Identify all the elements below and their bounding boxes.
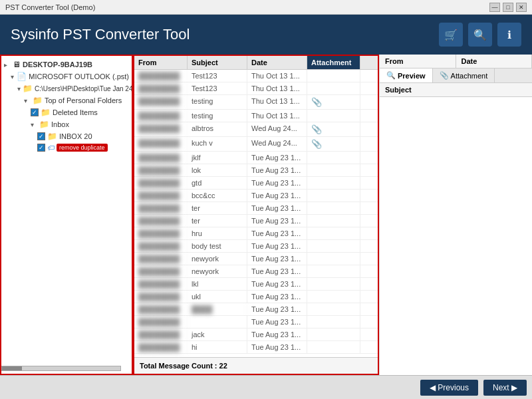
table-row[interactable]: ████████testingThu Oct 13 1... [134,110,378,122]
scrollbar-thumb [2,366,22,370]
table-row[interactable]: ████████jackTue Aug 23 1... [134,329,378,341]
tree-item-inbox20[interactable]: ✓ 📁 INBOX 20 [1,130,132,142]
maximize-button[interactable]: □ [503,3,513,12]
tree-item-personal-folders[interactable]: ▾ 📁 Top of Personal Folders [1,94,132,106]
remove-duplicate-badge: remove duplicate [57,144,108,152]
table-row[interactable]: ████████gtdTue Aug 23 1... [134,177,378,190]
table-row[interactable]: ████████body testTue Aug 23 1... [134,240,378,253]
table-row[interactable]: ████████terTue Aug 23 1... [134,202,378,215]
table-row[interactable]: ████████jklfTue Aug 23 1... [134,152,378,164]
pst-file-icon: 📄 [17,72,27,81]
email-date-cell: Wed Aug 24... [247,122,307,136]
table-row[interactable]: ████████Test123Thu Oct 13 1... [134,82,378,95]
email-date-cell: Tue Aug 23 1... [247,190,307,201]
email-attachment-cell [307,329,360,340]
email-from-cell: ████████ [134,152,188,164]
email-subject-cell: Test123 [188,70,247,82]
email-attachment-cell: 📎 [307,137,360,151]
email-subject-cell: ████ [188,303,247,315]
preview-tabs: 🔍 Preview 📎 Attachment [380,68,532,83]
table-row[interactable]: ████████hiTue Aug 23 1... [134,341,378,354]
deleted-folder-icon: 📁 [41,108,51,117]
close-button[interactable]: ✕ [516,3,527,12]
info-icon-button[interactable]: ℹ [497,23,521,47]
search-icon-button[interactable]: 🔍 [468,23,492,47]
horizontal-scrollbar[interactable] [1,366,121,371]
bottom-navigation-bar: ◀ Previous Next ▶ [0,375,532,399]
email-table-header: From Subject Date Attachment [134,56,378,70]
email-from-cell: ████████ [134,329,188,340]
table-row[interactable]: ████████bcc&ccTue Aug 23 1... [134,190,378,202]
table-row[interactable]: ████████terTue Aug 23 1... [134,215,378,227]
cart-icon-button[interactable]: 🛒 [439,23,463,47]
email-date-cell: Tue Aug 23 1... [247,278,307,290]
folder-tree-panel: ▸ 🖥 DESKTOP-9BAJ19B ▾ 📄 MICROSOFT OUTLOO… [0,55,133,375]
email-attachment-cell [307,215,360,227]
tree-item-remove-duplicate[interactable]: ✓ 🏷 remove duplicate [1,142,132,153]
minimize-button[interactable]: — [489,3,500,12]
tab-attachment[interactable]: 📎 Attachment [433,68,495,82]
tree-item-inbox[interactable]: ▾ 📁 Inbox [1,118,132,130]
tree-item-folder-path[interactable]: ▾ 📁 C:\Users\HP\Desktop\Tue Jan 24 [1,82,132,94]
table-row[interactable]: ████████testingThu Oct 13 1...📎 [134,95,378,110]
column-subject: Subject [188,56,247,69]
inbox-label: Inbox [51,120,69,128]
email-date-cell: Tue Aug 23 1... [247,253,307,265]
email-attachment-cell: 📎 [307,95,360,109]
email-attachment-cell [307,164,360,176]
expand-icon-folder: ▾ [17,85,21,92]
table-row[interactable]: ████████uklTue Aug 23 1... [134,291,378,303]
email-from-cell: ████████ [134,303,188,315]
table-row[interactable]: ████████newyorkTue Aug 23 1... [134,265,378,278]
previous-button[interactable]: ◀ Previous [420,380,478,396]
table-row[interactable]: ████████Tue Aug 23 1... [134,316,378,329]
email-attachment-cell [307,265,360,277]
tree-item-deleted[interactable]: ✓ 📁 Deleted Items [1,106,132,118]
email-attachment-cell [307,190,360,201]
table-row[interactable]: ████████████Tue Aug 23 1... [134,303,378,316]
table-row[interactable]: ████████albtrosWed Aug 24...📎 [134,122,378,137]
email-from-cell: ████████ [134,164,188,176]
preview-tab-label: Preview [398,72,426,80]
inbox20-checkbox[interactable]: ✓ [37,132,45,140]
attachment-icon: 📎 [311,139,322,149]
personal-folders-label: Top of Personal Folders [45,96,122,104]
email-attachment-cell [307,316,360,328]
table-row[interactable]: ████████lokTue Aug 23 1... [134,164,378,177]
email-subject-cell: testing [188,95,247,109]
attachment-tab-label: Attachment [451,72,488,80]
email-date-cell: Tue Aug 23 1... [247,177,307,189]
tree-item-computer[interactable]: ▸ 🖥 DESKTOP-9BAJ19B [1,59,132,70]
deleted-checkbox[interactable]: ✓ [31,108,39,116]
table-row[interactable]: ████████Test123Thu Oct 13 1... [134,70,378,82]
next-button[interactable]: Next ▶ [483,380,527,396]
email-from-cell: ████████ [134,291,188,303]
email-date-cell: Tue Aug 23 1... [247,291,307,303]
email-subject-cell: testing [188,110,247,122]
email-date-cell: Wed Aug 24... [247,137,307,151]
title-bar: PST Converter Tool (Demo) — □ ✕ [0,0,532,15]
table-row[interactable]: ████████kuch vWed Aug 24...📎 [134,137,378,152]
email-from-cell: ████████ [134,265,188,277]
email-from-cell: ████████ [134,227,188,239]
table-row[interactable]: ████████hruTue Aug 23 1... [134,227,378,240]
table-row[interactable]: ████████newyorkTue Aug 23 1... [134,253,378,265]
title-bar-controls: — □ ✕ [489,3,527,12]
remove-dup-checkbox[interactable]: ✓ [37,144,45,152]
preview-from-header: From [380,55,456,68]
expand-icon: ▸ [4,61,11,68]
title-bar-text: PST Converter Tool (Demo) [5,3,95,11]
attachment-icon: 📎 [311,124,322,134]
email-subject-cell: jack [188,329,247,340]
email-subject-cell: hru [188,227,247,239]
tab-preview[interactable]: 🔍 Preview [380,68,433,82]
email-from-cell: ████████ [134,202,188,214]
preview-date-header: Date [456,55,533,68]
email-subject-cell: Test123 [188,82,247,94]
tree-item-pst[interactable]: ▾ 📄 MICROSOFT OUTLOOK (.pst) [1,70,132,82]
email-subject-cell: ukl [188,291,247,303]
email-date-cell: Tue Aug 23 1... [247,316,307,328]
email-date-cell: Tue Aug 23 1... [247,227,307,239]
table-row[interactable]: ████████lklTue Aug 23 1... [134,278,378,291]
personal-folder-icon: 📁 [33,96,43,105]
